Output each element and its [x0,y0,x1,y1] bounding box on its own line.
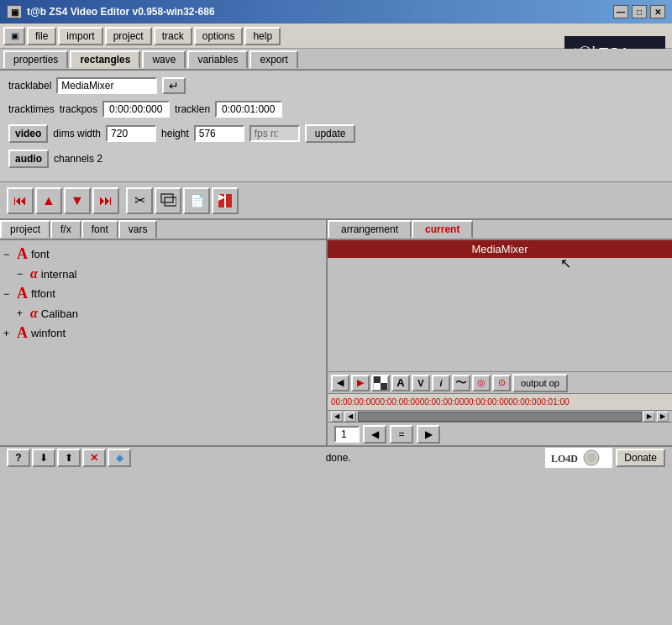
left-tab-fx[interactable]: f/x [50,220,81,239]
update-button[interactable]: update [305,124,356,143]
tab-rectangles[interactable]: rectangles [70,50,140,69]
nav-row: 1 ◀ = ▶ [328,422,672,445]
transport-play[interactable]: ▶ [351,375,370,391]
import-bottom-button[interactable]: ⬇ [32,449,55,467]
tree-expand-font: − [3,249,13,260]
menu-import[interactable]: import [58,27,102,45]
tree-expand-internal: − [17,268,27,280]
tracklabel-label: tracklabel [8,80,51,92]
nav-next-btn[interactable]: ▶ [417,425,440,444]
right-tab-arrangement[interactable]: arrangement [328,220,412,239]
toolbar-to-end[interactable]: ⏭ [92,187,119,214]
tree-icon-caliban: α [30,306,38,321]
track-item-mediamixer[interactable]: MediaMixer [328,240,672,258]
transport-checker[interactable] [371,375,390,391]
menu-file[interactable]: file [27,27,56,45]
transport-circle-left[interactable]: ◎ [472,375,491,391]
tree-item-font[interactable]: − A font [3,244,323,265]
transport-circle-right[interactable]: ⊙ [492,375,511,391]
trackpos-display: 0:00:00:000 [102,101,170,118]
close-button[interactable]: ✕ [650,5,665,18]
enter-button[interactable]: ↵ [162,77,186,94]
tree-expand-ftfont: − [3,288,13,300]
nav-prev-btn[interactable]: ◀ [363,425,386,444]
toolbar-up[interactable]: ▲ [35,187,62,214]
right-tab-current[interactable]: current [412,220,473,239]
video-row: video dims width height update [8,124,664,143]
tab-properties[interactable]: properties [3,50,68,69]
track-list: MediaMixer [328,240,672,371]
tree-item-internal[interactable]: − α internal [3,265,323,283]
menu-help[interactable]: help [244,27,281,45]
width-input[interactable] [106,125,156,142]
color-bottom-button[interactable]: ◆ [108,449,131,467]
menu-track[interactable]: track [154,27,192,45]
minimize-button[interactable]: — [613,5,628,18]
left-panel: project f/x font vars − A font − α [0,220,328,445]
timeline-text: 00:00:00:0000:00:00:0000:00:00:0000:00:0… [331,397,570,407]
toolbar-to-start[interactable]: ⏮ [7,187,34,214]
scroll-left[interactable]: ◀ [331,412,343,422]
toolbar-area: ⏮ ▲ ▼ ⏭ ✂ 📄 [0,181,672,218]
menu-system-icon[interactable]: ▣ [3,27,25,45]
tracklabel-row: tracklabel ↵ [8,77,664,94]
toolbar-layers[interactable] [155,187,181,214]
tab-export[interactable]: export [249,50,297,69]
svg-rect-14 [381,383,387,390]
svg-rect-9 [165,197,176,206]
toolbar-cut[interactable]: ✂ [126,187,153,214]
tree-icon-ftfont: A [17,285,28,302]
trackpos-label: trackpos [60,103,97,115]
tree-item-winfont[interactable]: + A winfont [3,323,323,344]
left-tabs: project f/x font vars [0,220,326,240]
menu-project[interactable]: project [105,27,152,45]
svg-rect-13 [374,376,381,383]
tab-variables[interactable]: variables [187,50,248,69]
export-bottom-button[interactable]: ⬆ [57,449,81,467]
tree-item-ftfont[interactable]: − A ftfont [3,283,323,304]
toolbar-paste[interactable]: 📄 [183,187,210,214]
toolbar-flag[interactable] [212,187,239,214]
system-menu-icon[interactable]: ▣ [7,5,22,18]
video-tag[interactable]: video [8,124,48,143]
tree-item-caliban[interactable]: + α Caliban [3,304,323,323]
tree-label-internal: internal [41,268,77,281]
help-button[interactable]: ? [7,449,30,467]
tree-label-winfont: winfont [31,327,66,339]
timeline: 00:00:00:0000:00:00:0000:00:00:0000:00:0… [328,393,672,410]
left-tab-font[interactable]: font [81,220,118,239]
donate-button[interactable]: Donate [616,449,665,467]
transport-A[interactable]: A [391,375,410,391]
title-bar-left: ▣ t@b ZS4 Video Editor v0.958-win32-686 [7,5,215,18]
fps-input[interactable] [249,125,300,142]
tab-wave[interactable]: wave [142,50,186,69]
scroll-right2[interactable]: ▶ [657,412,669,422]
height-input[interactable] [194,125,244,142]
left-tab-vars[interactable]: vars [118,220,158,239]
channels-label: channels 2 [54,153,102,165]
transport-wave[interactable]: 〜 [452,375,470,391]
scroll-track[interactable] [358,412,642,422]
nav-eq-btn[interactable]: = [390,425,413,444]
tracklabel-input[interactable] [56,77,157,94]
right-panel: arrangement current MediaMixer ◀ ▶ A V [328,220,672,445]
tree-label-font: font [31,248,50,260]
tab-bar-1: properties rectangles wave variables exp… [0,49,672,71]
svg-text:LO4D: LO4D [551,453,578,465]
output-op-button[interactable]: output op [512,374,568,392]
menu-options[interactable]: options [194,27,244,45]
transport-info[interactable]: i [432,375,450,391]
scroll-right[interactable]: ▶ [643,412,655,422]
bottom-tools: ? ⬇ ⬆ ✕ ◆ [7,449,131,467]
audio-tag[interactable]: audio [8,150,49,168]
maximize-button[interactable]: □ [632,5,647,18]
tracktimes-label: tracktimes [8,103,55,115]
left-tab-project[interactable]: project [0,220,50,239]
scroll-left2[interactable]: ◀ [344,412,356,422]
properties-area: tracklabel ↵ tracktimes trackpos 0:00:00… [0,71,672,181]
menu-bar: ▣ file import project track options help… [0,24,672,49]
toolbar-down[interactable]: ▼ [64,187,91,214]
transport-V[interactable]: V [412,375,430,391]
transport-rewind[interactable]: ◀ [331,375,349,391]
cut-bottom-button[interactable]: ✕ [82,449,106,467]
